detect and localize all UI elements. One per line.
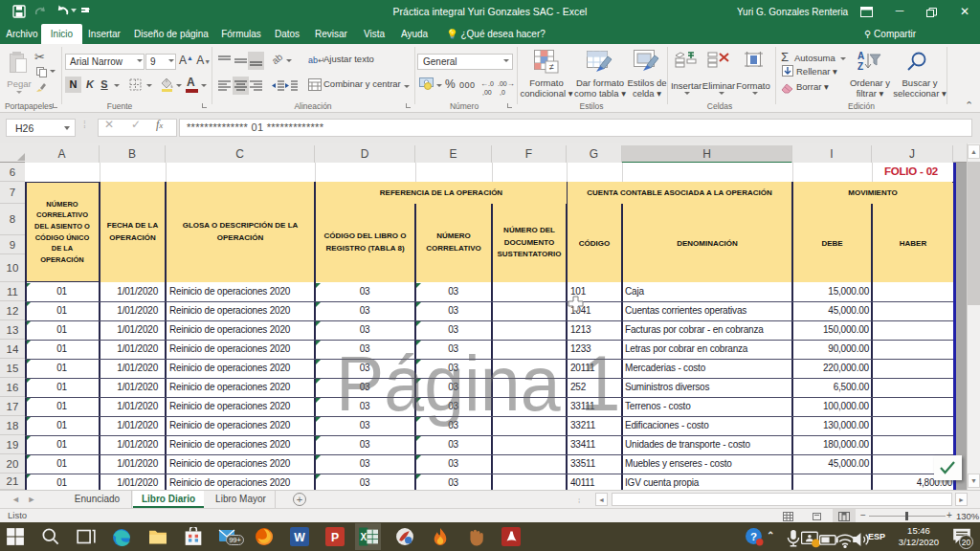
svg-text:Z: Z (858, 61, 863, 72)
svg-text:W: W (294, 531, 305, 544)
svg-text:A: A (858, 51, 864, 61)
svg-text:≠: ≠ (549, 62, 554, 72)
svg-text:X: X (360, 532, 367, 542)
svg-text:P: P (331, 531, 339, 544)
svg-text:?: ? (750, 531, 757, 542)
